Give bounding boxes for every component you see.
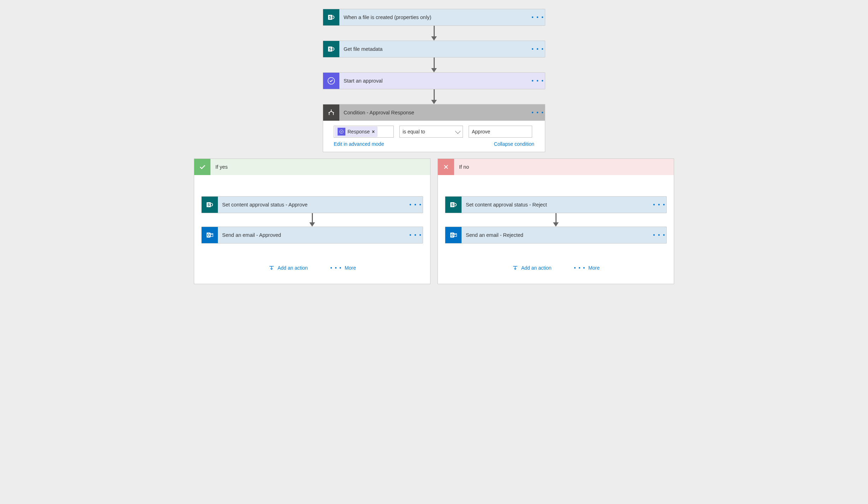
value-text: Approve bbox=[472, 129, 490, 134]
condition-footer: Edit in advanced mode Collapse condition bbox=[323, 141, 545, 152]
check-icon bbox=[194, 159, 210, 175]
if-no-title: If no bbox=[454, 164, 469, 170]
condition-left-operand[interactable]: Response × bbox=[334, 126, 394, 138]
if-yes-title: If yes bbox=[210, 164, 228, 170]
card-title: Set content approval status - Approve bbox=[218, 202, 409, 208]
svg-text:S: S bbox=[329, 16, 332, 19]
dynamic-token[interactable]: Response × bbox=[335, 126, 377, 137]
condition-block: Condition - Approval Response • • • Resp… bbox=[323, 104, 545, 152]
more-button[interactable]: • • • More bbox=[574, 265, 600, 271]
svg-text:O: O bbox=[207, 233, 210, 237]
more-menu[interactable]: • • • bbox=[652, 202, 666, 208]
start-approval-title: Start an approval bbox=[339, 78, 531, 84]
condition-value-input[interactable]: Approve bbox=[469, 126, 532, 138]
outlook-icon: O bbox=[445, 227, 462, 243]
get-metadata-card[interactable]: S Get file metadata • • • bbox=[323, 41, 545, 58]
set-approval-reject-card[interactable]: S Set content approval status - Reject •… bbox=[445, 196, 667, 213]
flow-canvas: S When a file is created (properties onl… bbox=[18, 9, 850, 284]
if-no-header[interactable]: If no bbox=[438, 159, 674, 175]
condition-title: Condition - Approval Response bbox=[339, 110, 531, 115]
start-approval-card[interactable]: Start an approval • • • bbox=[323, 72, 545, 89]
more-menu[interactable]: • • • bbox=[531, 78, 545, 84]
more-label: More bbox=[345, 265, 356, 271]
token-remove-icon[interactable]: × bbox=[372, 129, 375, 134]
arrow bbox=[431, 58, 437, 72]
sharepoint-icon: S bbox=[323, 9, 339, 25]
sharepoint-icon: S bbox=[323, 41, 339, 57]
more-label: More bbox=[588, 265, 600, 271]
cross-icon bbox=[438, 159, 454, 175]
more-menu[interactable]: • • • bbox=[409, 232, 423, 238]
svg-text:S: S bbox=[208, 203, 210, 207]
trigger-card[interactable]: S When a file is created (properties onl… bbox=[323, 9, 545, 26]
token-label: Response bbox=[347, 129, 370, 134]
approval-icon bbox=[338, 128, 345, 136]
add-action-button[interactable]: Add an action bbox=[512, 265, 552, 271]
svg-text:O: O bbox=[451, 233, 454, 237]
more-menu[interactable]: • • • bbox=[531, 14, 545, 20]
condition-icon bbox=[323, 104, 339, 121]
if-yes-header[interactable]: If yes bbox=[194, 159, 430, 175]
svg-text:S: S bbox=[451, 203, 454, 207]
condition-body: Response × is equal to Approve bbox=[323, 121, 545, 141]
sharepoint-icon: S bbox=[445, 197, 462, 213]
condition-branches: If yes S Set content approval status - A… bbox=[194, 158, 674, 284]
add-action-label: Add an action bbox=[278, 265, 308, 271]
trigger-title: When a file is created (properties only) bbox=[339, 14, 531, 20]
add-action-button[interactable]: Add an action bbox=[268, 265, 308, 271]
sharepoint-icon: S bbox=[202, 197, 218, 213]
chevron-down-icon bbox=[455, 128, 461, 134]
condition-card[interactable]: Condition - Approval Response • • • bbox=[323, 104, 545, 121]
send-email-approved-card[interactable]: O Send an email - Approved • • • bbox=[201, 227, 423, 244]
more-icon: • • • bbox=[331, 265, 342, 271]
send-email-rejected-card[interactable]: O Send an email - Rejected • • • bbox=[445, 227, 667, 244]
svg-text:S: S bbox=[329, 47, 332, 51]
approval-icon bbox=[323, 73, 339, 89]
more-menu[interactable]: • • • bbox=[652, 232, 666, 238]
more-menu[interactable]: • • • bbox=[531, 109, 545, 116]
if-yes-branch: If yes S Set content approval status - A… bbox=[194, 158, 430, 284]
arrow bbox=[309, 213, 315, 227]
if-no-branch: If no S Set content approval status - Re… bbox=[438, 158, 674, 284]
collapse-condition-link[interactable]: Collapse condition bbox=[494, 141, 534, 147]
operator-value: is equal to bbox=[403, 129, 425, 134]
more-button[interactable]: • • • More bbox=[331, 265, 356, 271]
card-title: Send an email - Rejected bbox=[462, 232, 652, 238]
add-action-label: Add an action bbox=[521, 265, 552, 271]
card-title: Send an email - Approved bbox=[218, 232, 409, 238]
condition-operator-select[interactable]: is equal to bbox=[399, 126, 463, 138]
more-menu[interactable]: • • • bbox=[409, 202, 423, 208]
arrow bbox=[553, 213, 559, 227]
more-icon: • • • bbox=[574, 265, 585, 271]
arrow bbox=[431, 89, 437, 104]
outlook-icon: O bbox=[202, 227, 218, 243]
set-approval-approve-card[interactable]: S Set content approval status - Approve … bbox=[201, 196, 423, 213]
edit-advanced-link[interactable]: Edit in advanced mode bbox=[334, 141, 384, 147]
more-menu[interactable]: • • • bbox=[531, 46, 545, 52]
arrow bbox=[431, 26, 437, 41]
get-metadata-title: Get file metadata bbox=[339, 46, 531, 52]
card-title: Set content approval status - Reject bbox=[462, 202, 652, 208]
